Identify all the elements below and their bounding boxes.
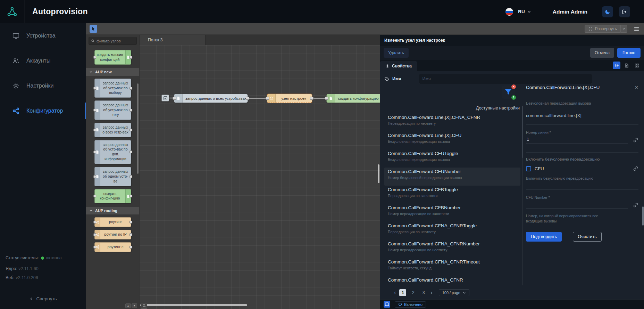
view-description-button[interactable] <box>623 62 630 69</box>
done-button[interactable]: Готово <box>617 48 641 58</box>
prev-page-button[interactable]: ‹ <box>394 290 396 295</box>
palette-scrollbar[interactable] <box>137 83 139 174</box>
cfu-number-hint: Номер, на который перенаправляются все в… <box>526 213 616 224</box>
sidebar: Устройства Аккаунты Настройки Конфигурат… <box>0 23 86 309</box>
chevron-down-icon <box>622 27 626 31</box>
filter-clear-badge[interactable]: ✕ <box>511 84 516 89</box>
palette-node-create-config-array[interactable]: создать массив конфиг-ций <box>94 50 131 65</box>
logout-button[interactable] <box>619 6 630 17</box>
deploy-expand-button[interactable]: Развернуть <box>585 25 620 33</box>
sidebar-item-configurator[interactable]: Конфигуратор <box>0 98 86 123</box>
palette-category-aup-new[interactable]: AUP new <box>86 68 139 76</box>
setting-list-item[interactable]: Common.CallForward.CFNA_CFNRNumber Номер… <box>384 240 520 258</box>
flow-canvas-area[interactable]: запрос данных о всех устройствах узел на… <box>140 45 380 309</box>
cfu-checkbox[interactable] <box>526 166 531 171</box>
port <box>129 233 132 236</box>
palette-node-routing-with[interactable]: роутинг с <box>94 242 131 252</box>
setting-list-item[interactable]: Common.CallForward.CFBToggle Переадресац… <box>384 186 520 204</box>
settings-filter-button[interactable]: ✕ 1 <box>502 86 515 99</box>
clear-button[interactable]: Очистить <box>573 232 601 242</box>
select-tool-button[interactable] <box>90 25 97 33</box>
flow-node-create-configuration[interactable]: создать конфигурацию <box>326 94 380 103</box>
flow-node-label: создать конфигурацию <box>335 96 380 100</box>
link-icon[interactable] <box>633 202 638 208</box>
port <box>129 56 132 59</box>
settings-list-scrollbar[interactable] <box>522 106 523 285</box>
collapse-sidebar-button[interactable]: Свернуть <box>0 296 86 301</box>
node-enabled-toggle[interactable]: Включено <box>395 301 426 308</box>
cfu-number-input[interactable] <box>526 201 628 209</box>
palette-node-query-all[interactable]: запрос данных о всех устр-вах <box>94 123 131 137</box>
palette-search-input[interactable] <box>97 39 134 43</box>
palette-node-routing-by-ip[interactable]: роутинг по IP <box>94 230 131 239</box>
setting-list-item[interactable]: Common.CallForward.CFUToggle Безусловная… <box>384 149 520 168</box>
link-icon[interactable] <box>633 137 638 143</box>
setting-list-item[interactable]: Common.CallForward.CFBNumber Номер переа… <box>384 204 520 222</box>
palette-node-query-single-device[interactable]: запрос данных об одном устр-ве <box>94 167 131 186</box>
canvas-horizontal-scrollbar[interactable] <box>140 304 379 306</box>
docs-button[interactable] <box>384 301 390 308</box>
deploy-options-caret[interactable] <box>620 25 627 33</box>
flow-node-settings[interactable]: узел настроек <box>267 94 312 103</box>
palette-node-query-by-extra-info[interactable]: запрос данных об устр-вах по доп. информ… <box>94 140 131 164</box>
sidebar-item-settings[interactable]: Настройки <box>0 73 86 98</box>
flow-node-query-all-devices[interactable]: запрос данных о всех устройствах <box>174 94 248 103</box>
input-port[interactable] <box>173 97 176 100</box>
link-icon[interactable] <box>633 166 638 171</box>
page-button-1[interactable]: 1 <box>399 289 406 296</box>
input-port[interactable] <box>325 97 328 100</box>
setting-list-item[interactable]: Common.CallForward.CFUNumber Номер безус… <box>384 168 520 186</box>
next-page-button[interactable]: › <box>430 290 432 295</box>
sidebar-item-accounts[interactable]: Аккаунты <box>0 48 86 73</box>
inject-button-node[interactable] <box>161 95 169 101</box>
theme-toggle-button[interactable] <box>602 6 613 17</box>
setting-list-item[interactable]: Common.CallForward.Line.[X].CFU Безуслов… <box>384 131 520 149</box>
scrollbar-thumb[interactable] <box>140 304 247 306</box>
cancel-button[interactable]: Отмена <box>590 48 614 58</box>
file-icon <box>625 63 629 68</box>
page-button-3[interactable]: 3 <box>420 289 427 296</box>
confirm-button[interactable]: Подтвердить <box>526 232 562 242</box>
setting-description: Номер переадресации по занятости <box>388 212 517 216</box>
view-settings-button[interactable] <box>613 62 620 69</box>
setting-list-item[interactable]: Common.CallForward.CFNA_CFNRTimeout Тайм… <box>384 258 520 276</box>
sidebar-item-label: Аккаунты <box>26 58 50 64</box>
editor-toolbar: Развернуть <box>86 23 644 35</box>
settings-icon <box>12 82 20 90</box>
canvas-vertical-scrollbar[interactable] <box>378 164 379 183</box>
page-button-2[interactable]: 2 <box>410 289 417 296</box>
palette-node-routing[interactable]: роутинг <box>94 217 131 227</box>
pagination: ‹ 1 2 3 › 100 / page <box>394 289 469 296</box>
input-port[interactable] <box>266 97 269 100</box>
settings-list: Common.CallForward.Line.[X].CFNA_CFNR Пе… <box>384 113 520 287</box>
sidebar-item-devices[interactable]: Устройства <box>0 23 86 48</box>
palette-search <box>89 37 137 45</box>
output-port[interactable] <box>246 97 249 100</box>
scrollbar-thumb[interactable] <box>522 106 523 158</box>
palette-node-query-by-tag[interactable]: запрос данных об устр-вах по тегу <box>94 100 131 120</box>
tab-properties[interactable]: Свойства <box>380 61 417 71</box>
output-port[interactable] <box>310 97 313 100</box>
view-appearance-button[interactable] <box>633 62 641 69</box>
language-selector[interactable]: RU <box>505 8 531 16</box>
setting-name: Common.CallForward.CFBToggle <box>388 187 517 192</box>
flow-tab[interactable]: Поток 3 <box>140 35 206 45</box>
main-menu-button[interactable] <box>632 25 641 33</box>
setting-list-item[interactable]: Common.CallForward.Line.[X].CFNA_CFNR Пе… <box>384 113 520 131</box>
app-logo[interactable] <box>0 0 25 23</box>
delete-button[interactable]: Удалить <box>384 48 409 58</box>
page-size-select[interactable]: 100 / page <box>439 289 469 296</box>
canvas-zoom-button[interactable] <box>141 303 147 309</box>
close-icon[interactable]: ✕ <box>635 85 638 90</box>
palette-node-query-by-choice[interactable]: запрос данных об устр-вах по выбору <box>94 79 131 98</box>
available-settings-header: Доступные настройки <box>384 106 520 111</box>
setting-list-item[interactable]: Common.CallForward.CFNA_CFNRToggle Переа… <box>384 222 520 240</box>
setting-list-item[interactable]: Common.CallForward.CFNA_CFNR <box>384 276 520 287</box>
palette-scroll-down-button[interactable]: ▼ <box>132 303 137 308</box>
panel-scrollbar[interactable] <box>642 206 644 226</box>
palette-scroll-up-button[interactable]: ▲ <box>125 303 131 308</box>
palette-category-aup-routing[interactable]: AUP routing <box>86 207 139 214</box>
line-number-input[interactable] <box>526 136 628 144</box>
palette-scroll-area: создать массив конфиг-ций AUP new запрос… <box>86 47 139 309</box>
palette-node-create-config[interactable]: создать конфиг-цию <box>94 189 131 204</box>
